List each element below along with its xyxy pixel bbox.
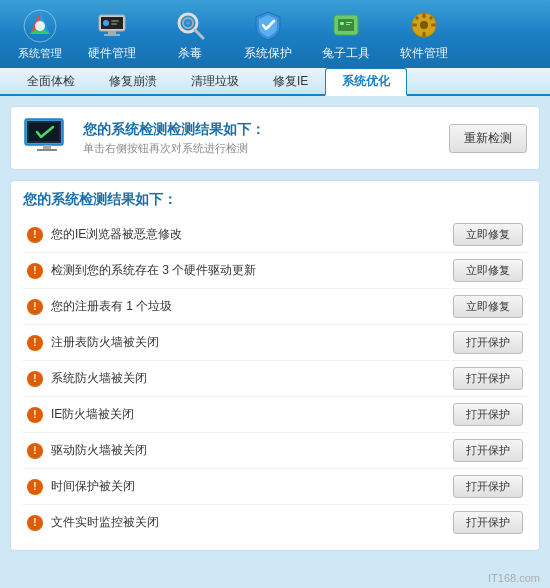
svg-rect-28 [43, 145, 51, 149]
svg-point-12 [186, 21, 190, 25]
svg-rect-15 [340, 22, 344, 25]
svg-line-11 [195, 30, 203, 38]
tab-optimize[interactable]: 系统优化 [325, 68, 407, 96]
nav-item-system-manage[interactable]: 系统管理 [8, 5, 72, 63]
tab-full-check[interactable]: 全面体检 [10, 68, 92, 94]
action-button-2[interactable]: 立即修复 [453, 295, 523, 318]
svg-point-1 [35, 21, 45, 31]
recheck-button[interactable]: 重新检测 [449, 124, 527, 153]
results-title: 您的系统检测结果如下： [23, 191, 527, 209]
result-row: ! 系统防火墙被关闭 打开保护 [23, 361, 527, 397]
result-row: ! 驱动防火墙被关闭 打开保护 [23, 433, 527, 469]
result-row: ! 您的注册表有 1 个垃圾 立即修复 [23, 289, 527, 325]
warning-icon-3: ! [27, 335, 43, 351]
svg-rect-20 [423, 13, 426, 18]
warning-icon-5: ! [27, 407, 43, 423]
nav-label-protection: 系统保护 [244, 45, 292, 62]
nav-label-rabbit: 兔子工具 [322, 45, 370, 62]
svg-rect-14 [338, 19, 354, 31]
svg-rect-17 [346, 24, 350, 25]
nav-item-hardware[interactable]: 硬件管理 [74, 5, 150, 63]
result-left-6: ! 驱动防火墙被关闭 [27, 442, 453, 459]
result-left-0: ! 您的IE浏览器被恶意修改 [27, 226, 453, 243]
svg-rect-23 [431, 23, 436, 26]
result-text-6: 驱动防火墙被关闭 [51, 442, 147, 459]
result-row: ! 注册表防火墙被关闭 打开保护 [23, 325, 527, 361]
summary-title: 您的系统检测检测结果如下： [83, 121, 265, 139]
rabbit-icon [328, 7, 364, 43]
warning-icon-7: ! [27, 479, 43, 495]
result-text-8: 文件实时监控被关闭 [51, 514, 159, 531]
action-button-4[interactable]: 打开保护 [453, 367, 523, 390]
action-button-7[interactable]: 打开保护 [453, 475, 523, 498]
nav-label-software: 软件管理 [400, 45, 448, 62]
svg-point-6 [103, 20, 109, 26]
result-left-7: ! 时间保护被关闭 [27, 478, 453, 495]
svg-rect-29 [37, 149, 57, 151]
action-button-3[interactable]: 打开保护 [453, 331, 523, 354]
svg-rect-22 [412, 23, 417, 26]
result-text-4: 系统防火墙被关闭 [51, 370, 147, 387]
svg-rect-7 [111, 20, 119, 22]
protection-icon [250, 7, 286, 43]
tab-repair-ie[interactable]: 修复IE [256, 68, 325, 94]
result-text-0: 您的IE浏览器被恶意修改 [51, 226, 182, 243]
summary-left: 您的系统检测检测结果如下： 单击右侧按钮再次对系统进行检测 [23, 117, 265, 159]
warning-icon-1: ! [27, 263, 43, 279]
tab-bar: 全面体检 修复崩溃 清理垃圾 修复IE 系统优化 [0, 68, 550, 96]
svg-rect-16 [346, 22, 352, 23]
nav-item-rabbit[interactable]: 兔子工具 [308, 5, 384, 63]
logo-icon [22, 8, 58, 44]
result-text-3: 注册表防火墙被关闭 [51, 334, 159, 351]
software-icon [406, 7, 442, 43]
nav-label-kill: 杀毒 [178, 45, 202, 62]
result-left-5: ! IE防火墙被关闭 [27, 406, 453, 423]
computer-icon [23, 117, 71, 159]
result-left-3: ! 注册表防火墙被关闭 [27, 334, 453, 351]
result-left-4: ! 系统防火墙被关闭 [27, 370, 453, 387]
svg-rect-4 [108, 31, 116, 34]
result-text-7: 时间保护被关闭 [51, 478, 135, 495]
action-button-1[interactable]: 立即修复 [453, 259, 523, 282]
action-button-8[interactable]: 打开保护 [453, 511, 523, 534]
result-left-1: ! 检测到您的系统存在 3 个硬件驱动更新 [27, 262, 453, 279]
svg-point-19 [420, 21, 428, 29]
warning-icon-8: ! [27, 515, 43, 531]
warning-icon-6: ! [27, 443, 43, 459]
kill-icon [172, 7, 208, 43]
result-row: ! 文件实时监控被关闭 打开保护 [23, 505, 527, 540]
warning-icon-4: ! [27, 371, 43, 387]
summary-text: 您的系统检测检测结果如下： 单击右侧按钮再次对系统进行检测 [83, 121, 265, 156]
summary-subtitle: 单击右侧按钮再次对系统进行检测 [83, 141, 265, 156]
results-section: 您的系统检测结果如下： ! 您的IE浏览器被恶意修改 立即修复 ! 检测到您的系… [10, 180, 540, 551]
action-button-6[interactable]: 打开保护 [453, 439, 523, 462]
result-text-5: IE防火墙被关闭 [51, 406, 134, 423]
nav-item-software[interactable]: 软件管理 [386, 5, 462, 63]
nav-label-hardware: 硬件管理 [88, 45, 136, 62]
nav-item-kill[interactable]: 杀毒 [152, 5, 228, 63]
warning-icon-0: ! [27, 227, 43, 243]
result-row: ! 检测到您的系统存在 3 个硬件驱动更新 立即修复 [23, 253, 527, 289]
svg-rect-8 [111, 23, 117, 25]
watermark: IT168.com [488, 572, 540, 584]
top-nav: 系统管理 硬件管理 [0, 0, 550, 68]
nav-item-protection[interactable]: 系统保护 [230, 5, 306, 63]
result-left-2: ! 您的注册表有 1 个垃圾 [27, 298, 453, 315]
action-button-0[interactable]: 立即修复 [453, 223, 523, 246]
hardware-icon [94, 7, 130, 43]
result-text-2: 您的注册表有 1 个垃圾 [51, 298, 172, 315]
svg-rect-21 [423, 32, 426, 37]
svg-rect-30 [29, 123, 59, 141]
result-left-8: ! 文件实时监控被关闭 [27, 514, 453, 531]
result-row: ! IE防火墙被关闭 打开保护 [23, 397, 527, 433]
action-button-5[interactable]: 打开保护 [453, 403, 523, 426]
svg-rect-5 [104, 34, 120, 36]
result-row: ! 时间保护被关闭 打开保护 [23, 469, 527, 505]
summary-box: 您的系统检测检测结果如下： 单击右侧按钮再次对系统进行检测 重新检测 [10, 106, 540, 170]
tab-clean-junk[interactable]: 清理垃圾 [174, 68, 256, 94]
result-row: ! 您的IE浏览器被恶意修改 立即修复 [23, 217, 527, 253]
result-text-1: 检测到您的系统存在 3 个硬件驱动更新 [51, 262, 256, 279]
warning-icon-2: ! [27, 299, 43, 315]
tab-repair-errors[interactable]: 修复崩溃 [92, 68, 174, 94]
